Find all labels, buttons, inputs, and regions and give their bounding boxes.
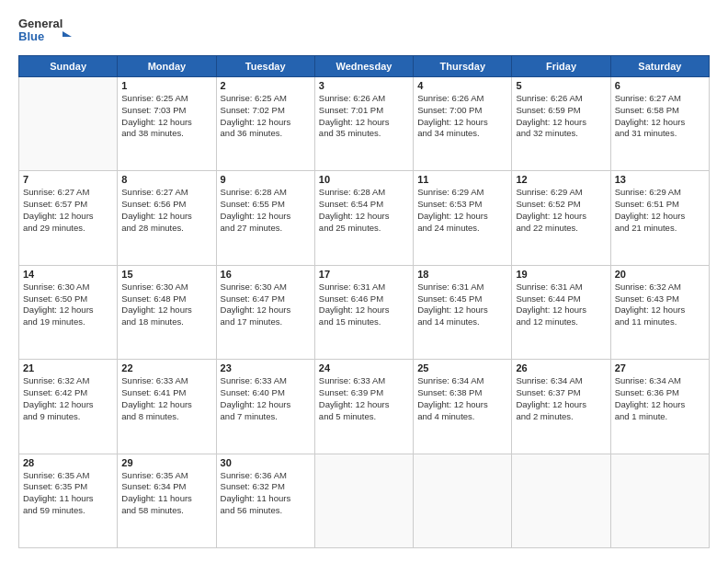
day-info: Sunrise: 6:34 AM Sunset: 6:37 PM Dayligh… (516, 375, 606, 422)
calendar-cell (414, 454, 512, 547)
day-number: 9 (221, 174, 311, 185)
day-number: 18 (417, 269, 507, 280)
day-number: 23 (221, 362, 311, 373)
calendar-cell: 17Sunrise: 6:31 AM Sunset: 6:46 PM Dayli… (314, 265, 413, 359)
day-number: 4 (417, 80, 507, 91)
day-number: 2 (221, 80, 311, 91)
calendar-cell: 11Sunrise: 6:29 AM Sunset: 6:53 PM Dayli… (414, 171, 512, 265)
day-info: Sunrise: 6:36 AM Sunset: 6:32 PM Dayligh… (221, 470, 311, 517)
day-info: Sunrise: 6:25 AM Sunset: 7:02 PM Dayligh… (221, 93, 311, 140)
day-info: Sunrise: 6:30 AM Sunset: 6:48 PM Dayligh… (121, 282, 211, 328)
calendar-cell: 6Sunrise: 6:27 AM Sunset: 6:58 PM Daylig… (610, 77, 709, 171)
calendar-cell: 4Sunrise: 6:26 AM Sunset: 7:00 PM Daylig… (414, 77, 512, 171)
day-info: Sunrise: 6:26 AM Sunset: 6:59 PM Dayligh… (516, 93, 606, 140)
day-info: Sunrise: 6:34 AM Sunset: 6:36 PM Dayligh… (615, 375, 705, 422)
calendar-cell: 16Sunrise: 6:30 AM Sunset: 6:47 PM Dayli… (216, 265, 314, 359)
day-info: Sunrise: 6:26 AM Sunset: 7:00 PM Dayligh… (417, 93, 507, 140)
calendar-cell (512, 454, 610, 547)
day-info: Sunrise: 6:28 AM Sunset: 6:55 PM Dayligh… (221, 187, 311, 234)
day-number: 1 (121, 80, 211, 91)
day-info: Sunrise: 6:31 AM Sunset: 6:44 PM Dayligh… (516, 282, 606, 328)
svg-marker-2 (63, 31, 72, 37)
day-info: Sunrise: 6:34 AM Sunset: 6:38 PM Dayligh… (417, 375, 507, 422)
day-number: 6 (615, 80, 705, 91)
day-info: Sunrise: 6:29 AM Sunset: 6:53 PM Dayligh… (417, 187, 507, 234)
logo-svg: GeneralBlue (18, 15, 74, 46)
calendar-week-row: 1Sunrise: 6:25 AM Sunset: 7:03 PM Daylig… (19, 77, 710, 171)
calendar-cell: 23Sunrise: 6:33 AM Sunset: 6:40 PM Dayli… (216, 360, 314, 454)
day-of-week-header: Saturday (610, 56, 709, 77)
day-number: 27 (615, 362, 705, 373)
day-of-week-header: Sunday (19, 56, 118, 77)
calendar-week-row: 21Sunrise: 6:32 AM Sunset: 6:42 PM Dayli… (19, 360, 710, 454)
calendar-cell: 1Sunrise: 6:25 AM Sunset: 7:03 PM Daylig… (118, 77, 216, 171)
calendar-cell: 24Sunrise: 6:33 AM Sunset: 6:39 PM Dayli… (314, 360, 413, 454)
day-of-week-header: Friday (512, 56, 610, 77)
header: GeneralBlue (18, 15, 710, 46)
day-number: 17 (319, 269, 409, 280)
day-info: Sunrise: 6:33 AM Sunset: 6:39 PM Dayligh… (319, 375, 409, 422)
page: GeneralBlue SundayMondayTuesdayWednesday… (0, 0, 728, 563)
day-of-week-header: Wednesday (314, 56, 413, 77)
day-number: 29 (121, 457, 211, 468)
day-info: Sunrise: 6:33 AM Sunset: 6:40 PM Dayligh… (221, 375, 311, 422)
day-number: 26 (516, 362, 606, 373)
day-number: 14 (23, 269, 113, 280)
calendar-table: SundayMondayTuesdayWednesdayThursdayFrid… (18, 55, 710, 548)
calendar-cell: 19Sunrise: 6:31 AM Sunset: 6:44 PM Dayli… (512, 265, 610, 359)
day-number: 7 (23, 174, 113, 185)
day-info: Sunrise: 6:31 AM Sunset: 6:45 PM Dayligh… (417, 282, 507, 328)
calendar-cell: 21Sunrise: 6:32 AM Sunset: 6:42 PM Dayli… (19, 360, 118, 454)
day-info: Sunrise: 6:31 AM Sunset: 6:46 PM Dayligh… (319, 282, 409, 328)
calendar-week-row: 14Sunrise: 6:30 AM Sunset: 6:50 PM Dayli… (19, 265, 710, 359)
day-info: Sunrise: 6:29 AM Sunset: 6:52 PM Dayligh… (516, 187, 606, 234)
calendar-week-row: 28Sunrise: 6:35 AM Sunset: 6:35 PM Dayli… (19, 454, 710, 547)
day-info: Sunrise: 6:26 AM Sunset: 7:01 PM Dayligh… (319, 93, 409, 140)
day-number: 15 (121, 269, 211, 280)
day-info: Sunrise: 6:27 AM Sunset: 6:58 PM Dayligh… (615, 93, 705, 140)
calendar-cell: 9Sunrise: 6:28 AM Sunset: 6:55 PM Daylig… (216, 171, 314, 265)
day-number: 12 (516, 174, 606, 185)
day-of-week-header: Thursday (414, 56, 512, 77)
calendar-cell: 26Sunrise: 6:34 AM Sunset: 6:37 PM Dayli… (512, 360, 610, 454)
calendar-cell (610, 454, 709, 547)
calendar-cell: 3Sunrise: 6:26 AM Sunset: 7:01 PM Daylig… (314, 77, 413, 171)
calendar-cell: 22Sunrise: 6:33 AM Sunset: 6:41 PM Dayli… (118, 360, 216, 454)
calendar-cell: 25Sunrise: 6:34 AM Sunset: 6:38 PM Dayli… (414, 360, 512, 454)
day-info: Sunrise: 6:27 AM Sunset: 6:57 PM Dayligh… (23, 187, 113, 234)
calendar-cell (19, 77, 118, 171)
day-info: Sunrise: 6:25 AM Sunset: 7:03 PM Dayligh… (121, 93, 211, 140)
day-number: 11 (417, 174, 507, 185)
calendar-cell (314, 454, 413, 547)
day-info: Sunrise: 6:30 AM Sunset: 6:50 PM Dayligh… (23, 282, 113, 328)
calendar-cell: 30Sunrise: 6:36 AM Sunset: 6:32 PM Dayli… (216, 454, 314, 547)
day-number: 5 (516, 80, 606, 91)
calendar-cell: 29Sunrise: 6:35 AM Sunset: 6:34 PM Dayli… (118, 454, 216, 547)
logo: GeneralBlue (18, 15, 74, 46)
calendar-cell: 7Sunrise: 6:27 AM Sunset: 6:57 PM Daylig… (19, 171, 118, 265)
svg-text:Blue: Blue (18, 29, 44, 43)
calendar-cell: 8Sunrise: 6:27 AM Sunset: 6:56 PM Daylig… (118, 171, 216, 265)
calendar-week-row: 7Sunrise: 6:27 AM Sunset: 6:57 PM Daylig… (19, 171, 710, 265)
day-number: 3 (319, 80, 409, 91)
day-number: 16 (221, 269, 311, 280)
calendar-cell: 2Sunrise: 6:25 AM Sunset: 7:02 PM Daylig… (216, 77, 314, 171)
calendar-cell: 20Sunrise: 6:32 AM Sunset: 6:43 PM Dayli… (610, 265, 709, 359)
day-number: 21 (23, 362, 113, 373)
day-info: Sunrise: 6:33 AM Sunset: 6:41 PM Dayligh… (121, 375, 211, 422)
calendar-cell: 13Sunrise: 6:29 AM Sunset: 6:51 PM Dayli… (610, 171, 709, 265)
day-number: 28 (23, 457, 113, 468)
day-number: 24 (319, 362, 409, 373)
day-number: 20 (615, 269, 705, 280)
calendar-cell: 10Sunrise: 6:28 AM Sunset: 6:54 PM Dayli… (314, 171, 413, 265)
calendar-cell: 15Sunrise: 6:30 AM Sunset: 6:48 PM Dayli… (118, 265, 216, 359)
calendar-cell: 12Sunrise: 6:29 AM Sunset: 6:52 PM Dayli… (512, 171, 610, 265)
day-number: 22 (121, 362, 211, 373)
day-number: 25 (417, 362, 507, 373)
day-info: Sunrise: 6:35 AM Sunset: 6:34 PM Dayligh… (121, 470, 211, 517)
day-number: 10 (319, 174, 409, 185)
day-number: 19 (516, 269, 606, 280)
day-info: Sunrise: 6:32 AM Sunset: 6:43 PM Dayligh… (615, 282, 705, 328)
calendar-header-row: SundayMondayTuesdayWednesdayThursdayFrid… (19, 56, 710, 77)
calendar-cell: 14Sunrise: 6:30 AM Sunset: 6:50 PM Dayli… (19, 265, 118, 359)
